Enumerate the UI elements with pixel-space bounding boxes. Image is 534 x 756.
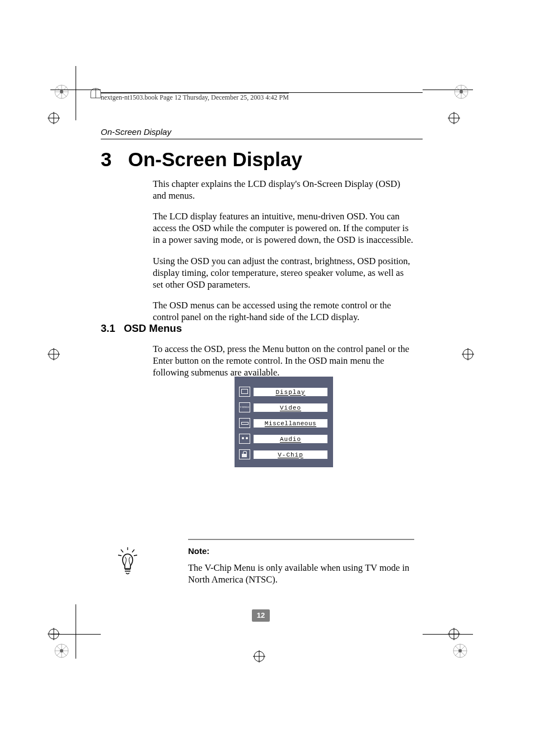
running-header: On-Screen Display — [101, 127, 423, 139]
registration-mark-icon — [453, 84, 469, 100]
crosshair-icon — [462, 348, 474, 360]
chapter-number: 3 — [101, 148, 111, 170]
note-rule — [188, 539, 414, 540]
audio-icon — [239, 434, 250, 444]
crosshair-icon — [48, 112, 60, 124]
paragraph: The OSD menus can be accessed using the … — [153, 299, 414, 323]
chapter-title: On-Screen Display — [128, 148, 302, 170]
crosshair-icon — [253, 650, 265, 663]
svg-point-23 — [60, 649, 63, 652]
note-heading: Note: — [188, 546, 209, 556]
osd-item-label: Video — [254, 403, 327, 412]
subsection-number: 3.1 — [101, 322, 115, 334]
note-body: The V-Chip Menu is only available when u… — [188, 562, 414, 585]
subsection-intro: To access the OSD, press the Menu button… — [153, 343, 414, 378]
osd-item-label: Miscellaneous — [254, 419, 327, 428]
svg-line-48 — [132, 550, 134, 552]
svg-point-17 — [458, 649, 462, 652]
osd-menu-item-display: Display — [239, 387, 327, 397]
video-icon: VIDEO — [239, 402, 250, 412]
lightbulb-icon — [116, 547, 139, 578]
crosshair-icon — [448, 112, 460, 124]
osd-menu-item-vchip: V-Chip — [239, 449, 327, 459]
page-number-badge: 12 — [252, 609, 270, 622]
crosshair-icon — [448, 628, 460, 640]
crop-line — [76, 66, 76, 120]
subsection-heading: 3.1 OSD Menus — [101, 322, 182, 335]
osd-menu-item-misc: Miscellaneous — [239, 418, 327, 428]
crosshair-icon — [48, 628, 60, 640]
file-stamp: nextgen-nt1503.book Page 12 Thursday, De… — [101, 92, 423, 102]
misc-icon — [239, 418, 250, 428]
paragraph: The LCD display features an intuitive, m… — [153, 210, 414, 246]
osd-menu-item-audio: Audio — [239, 434, 327, 444]
registration-mark-icon — [54, 643, 69, 659]
osd-menu-panel: Display VIDEO Video Miscellaneous Audio … — [235, 377, 333, 467]
paragraph: Using the OSD you can adjust the contras… — [153, 255, 414, 290]
crop-line — [76, 604, 76, 659]
svg-point-11 — [460, 90, 463, 93]
lock-icon — [239, 449, 250, 459]
osd-menu-item-video: VIDEO Video — [239, 402, 327, 412]
osd-item-label: Audio — [254, 435, 327, 443]
svg-line-50 — [134, 555, 137, 556]
chapter-heading: 3 On-Screen Display — [101, 148, 302, 171]
svg-line-49 — [118, 555, 121, 556]
svg-point-5 — [60, 90, 63, 93]
osd-item-label: V-Chip — [254, 450, 327, 459]
registration-mark-icon — [452, 643, 468, 659]
paragraph: This chapter explains the LCD display's … — [153, 178, 414, 201]
book-spine-icon — [90, 87, 102, 99]
subsection-title: OSD Menus — [124, 322, 182, 334]
registration-mark-icon — [54, 84, 69, 100]
svg-line-47 — [121, 550, 123, 552]
display-icon — [239, 387, 250, 397]
osd-item-label: Display — [254, 388, 327, 396]
body-text: This chapter explains the LCD display's … — [153, 178, 414, 332]
crosshair-icon — [48, 348, 60, 360]
